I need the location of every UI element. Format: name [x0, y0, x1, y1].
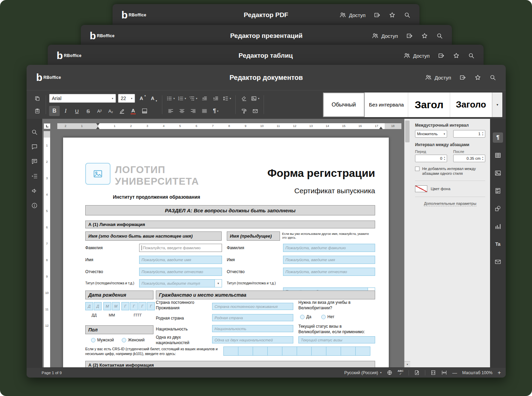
- firstname-input[interactable]: Пожалуйста, введите имя: [139, 256, 222, 264]
- mail-merge-button[interactable]: [250, 106, 261, 116]
- paragraph-marks-button[interactable]: ¶▾: [210, 106, 221, 116]
- crsid-cell[interactable]: [341, 346, 356, 356]
- find-button[interactable]: [29, 127, 40, 137]
- crsid-cell[interactable]: [297, 346, 312, 356]
- search-icon[interactable]: [436, 32, 443, 39]
- visa-yes-radio[interactable]: [300, 315, 305, 319]
- italic-button[interactable]: I: [60, 106, 71, 116]
- left-indent-marker[interactable]: [96, 125, 100, 129]
- document-canvas[interactable]: 21123456789101112131415161718 1234567891…: [42, 119, 404, 367]
- access-button[interactable]: Доступ: [403, 52, 430, 59]
- style-heading1[interactable]: Загол: [408, 93, 450, 117]
- dob-cell[interactable]: Д: [85, 302, 93, 310]
- crsid-cell[interactable]: [267, 346, 282, 356]
- surname-input[interactable]: Пожалуйста, введите фамилию: [139, 244, 222, 252]
- visa-status-input[interactable]: Текущий статус визы: [298, 336, 375, 343]
- dob-cell[interactable]: Д: [94, 302, 102, 310]
- fill-color-button[interactable]: [139, 106, 150, 116]
- fit-page-button[interactable]: [430, 370, 436, 376]
- document-page[interactable]: ЛОГОТИП УНИВЕРСИТЕТА Институт продолжени…: [63, 138, 389, 367]
- favorite-star-icon[interactable]: [389, 12, 396, 18]
- crsid-cell[interactable]: [282, 346, 297, 356]
- chevron-down-icon[interactable]: ▾: [215, 280, 222, 287]
- underline-button[interactable]: U: [72, 106, 82, 116]
- scrollbar-thumb[interactable]: [405, 121, 410, 142]
- textart-settings-tab[interactable]: Ta: [493, 239, 503, 249]
- same-style-checkbox[interactable]: [415, 167, 419, 171]
- access-button[interactable]: Доступ: [372, 32, 398, 39]
- subscript-button[interactable]: A₂: [105, 106, 116, 116]
- crsid-cell[interactable]: [253, 346, 268, 356]
- feedback-button[interactable]: [29, 186, 40, 196]
- clear-style-button[interactable]: [239, 93, 249, 103]
- spreadsheet-editor-titlebar[interactable]: b RBoffice Редактор таблиц Доступ: [48, 45, 484, 67]
- favorite-star-icon[interactable]: [421, 32, 428, 39]
- font-name-select[interactable]: Arial ▾: [49, 94, 116, 103]
- crsid-cell[interactable]: [223, 346, 238, 356]
- decrease-indent-button[interactable]: [199, 93, 210, 103]
- vertical-scrollbar[interactable]: ▾: [404, 119, 410, 367]
- male-radio[interactable]: [91, 338, 95, 342]
- previous-patronymic-input[interactable]: Пожалуйста, введите отчество: [283, 268, 375, 276]
- share-icon[interactable]: [374, 12, 381, 18]
- dob-cell[interactable]: М: [103, 302, 111, 310]
- highlight-color-button[interactable]: [117, 106, 127, 116]
- residence-input[interactable]: Страна постоянного проживания: [212, 303, 293, 310]
- spinner-icons[interactable]: ▴▾: [444, 156, 445, 160]
- crsid-cell[interactable]: [238, 346, 253, 356]
- about-button[interactable]: [29, 200, 40, 211]
- increase-indent-button[interactable]: [210, 93, 221, 103]
- header-footer-settings-tab[interactable]: [493, 186, 503, 196]
- access-button[interactable]: Доступ: [339, 12, 366, 18]
- crsid-cell[interactable]: [326, 346, 341, 356]
- bold-button[interactable]: B: [49, 106, 60, 116]
- table-settings-tab[interactable]: [493, 150, 503, 160]
- set-language-button[interactable]: [387, 370, 393, 376]
- chat-button[interactable]: [29, 156, 40, 167]
- spinner-icons[interactable]: ▴▾: [482, 131, 483, 136]
- favorite-star-icon[interactable]: [453, 52, 460, 59]
- style-heading2[interactable]: Заголо: [450, 93, 492, 117]
- spacing-after-input[interactable]: 0.35 cm ▴▾: [453, 155, 485, 162]
- home-country-input[interactable]: Родная страна: [212, 314, 293, 321]
- comments-button[interactable]: [29, 142, 40, 152]
- advanced-settings-link[interactable]: Дополнительные параметры: [424, 201, 476, 206]
- align-center-button[interactable]: [177, 106, 187, 116]
- female-radio[interactable]: [122, 338, 126, 342]
- line-spacing-select[interactable]: Множитель ▾: [415, 130, 447, 138]
- previous-firstname-input[interactable]: Пожалуйста, введите имя: [283, 256, 375, 264]
- share-icon[interactable]: [406, 32, 413, 39]
- dob-cells[interactable]: ДДММГГГГ: [85, 302, 155, 310]
- strikethrough-button[interactable]: S: [83, 106, 93, 116]
- bullet-list-button[interactable]: ▾: [165, 93, 176, 103]
- dual-nationality-input[interactable]: Одна из двух национальностей: [212, 336, 293, 343]
- search-icon[interactable]: [489, 74, 496, 81]
- tab-stop-selector[interactable]: [44, 123, 50, 129]
- styles-gallery-expand-button[interactable]: ▾: [492, 93, 502, 117]
- chart-settings-tab[interactable]: [493, 221, 503, 231]
- copy-button[interactable]: [32, 93, 43, 103]
- pdf-editor-titlebar[interactable]: b RBoffice Редактор PDF Доступ: [113, 4, 419, 26]
- shape-settings-tab[interactable]: [493, 203, 503, 214]
- line-spacing-button[interactable]: ▾: [222, 93, 232, 103]
- spinner-icons[interactable]: ▴▾: [482, 156, 483, 160]
- background-color-swatch[interactable]: [415, 185, 427, 192]
- presentation-editor-titlebar[interactable]: b RBoffice Редактор презентаций Доступ: [81, 25, 452, 47]
- style-no-spacing[interactable]: Без интервала: [365, 93, 408, 117]
- align-right-button[interactable]: [188, 106, 198, 116]
- dob-cell[interactable]: М: [112, 302, 120, 310]
- mail-merge-tab[interactable]: [493, 257, 503, 267]
- fit-width-button[interactable]: [441, 370, 447, 376]
- paste-button[interactable]: [32, 106, 43, 116]
- zoom-out-button[interactable]: —: [452, 370, 457, 376]
- spacing-before-input[interactable]: 0 ▴▾: [415, 155, 447, 162]
- scroll-down-button[interactable]: ▾: [404, 361, 410, 367]
- university-logo-placeholder[interactable]: [85, 163, 110, 185]
- share-icon[interactable]: [459, 74, 466, 81]
- zoom-level[interactable]: Масштаб 100%: [462, 370, 492, 375]
- access-button[interactable]: Доступ: [425, 74, 451, 81]
- navigation-button[interactable]: [29, 171, 40, 181]
- align-left-button[interactable]: [165, 106, 176, 116]
- nationality-input[interactable]: Национальность: [212, 325, 293, 332]
- font-size-select[interactable]: 22 ▾: [118, 94, 135, 103]
